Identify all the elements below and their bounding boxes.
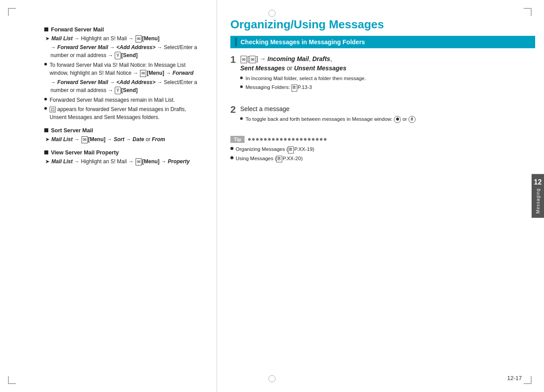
tip-dot [256, 138, 259, 141]
arrow-icon-sort: ➤ [45, 135, 50, 143]
tip-dot [324, 138, 326, 141]
tip-dot [296, 138, 299, 141]
tip-bullet-1: Organizing Messages (🖹P.XX-19) [230, 146, 535, 154]
tip-section: Tip [230, 136, 535, 162]
tip-dot [264, 138, 267, 141]
section-title-view-text: View Server Mail Property [51, 150, 119, 156]
step-number-2: 2 [230, 104, 236, 131]
black-square-icon-sort [44, 128, 48, 132]
tip-dot [276, 138, 279, 141]
tip-dot [308, 138, 311, 141]
mail-icon-1: ✉ [241, 56, 247, 63]
arrow-sort-text: Mail List → ✉[Menu] → Sort → Date or Fro… [51, 135, 165, 143]
bullet-text-1: To forward Server Mail via S! Mail Notic… [50, 61, 203, 77]
tip-bullet-2-text: Using Messages (🖹P.XX-20) [236, 155, 303, 163]
left-column: Forward Server Mail ➤ Mail List → Highli… [0, 0, 217, 392]
tip-dot [304, 138, 307, 141]
page-tab-label: Messaging [536, 188, 540, 213]
tip-dot [316, 138, 319, 141]
tip-bullet-dot-1 [230, 147, 233, 150]
continuation-2: → Forward Server Mail → <Add Address> → … [51, 78, 203, 94]
tip-dot [300, 138, 303, 141]
bullet-text-2: Forwarded Server Mail messages remain in… [50, 96, 175, 104]
bullet-dot-icon-2 [44, 98, 47, 100]
page-tab: 12 Messaging [532, 174, 544, 218]
tip-bullet-dot-2 [230, 156, 233, 159]
black-square-icon [44, 27, 48, 31]
tip-dot [248, 138, 251, 141]
step-1-bullet-2-text: Messaging Folders: 🖹P.13-3 [245, 84, 312, 92]
tip-dot [292, 138, 295, 141]
arrow-item-sort: ➤ Mail List → ✉[Menu] → Sort → Date or F… [45, 135, 203, 143]
step-1-content: ✉[✉] → Incoming Mail, Drafts, Sent Messa… [240, 54, 366, 93]
bullet-item-2: Forwarded Server Mail messages remain in… [44, 96, 203, 104]
tip-dot [268, 138, 271, 141]
tip-dot [284, 138, 287, 141]
right-column: Organizing/Using Messages Checking Messa… [217, 0, 544, 392]
arrow-view-text: Mail List → Highlight an S! Mail → ✉[Men… [51, 158, 190, 165]
step-2: 2 Select a message To toggle back and fo… [230, 104, 535, 131]
section-view-server-mail: View Server Mail Property ➤ Mail List → … [44, 150, 203, 165]
arrow-icon-view: ➤ [45, 158, 50, 165]
section-header-text: Checking Messages in Messaging Folders [241, 38, 365, 46]
bullet-dot-icon [44, 63, 47, 65]
step-2-line: Select a message [240, 104, 416, 114]
page-tab-number: 12 [534, 178, 542, 186]
step-1-bullet-1-text: In Incoming Mail folder, select a folder… [245, 75, 366, 82]
section-title-forward: Forward Server Mail [44, 27, 203, 33]
section-header-bar [235, 38, 237, 46]
bullet-dot-icon-3 [44, 107, 47, 110]
tip-header: Tip [230, 136, 535, 143]
main-title: Organizing/Using Messages [230, 18, 535, 31]
tip-dot [252, 138, 255, 141]
tip-dot [272, 138, 275, 141]
section-header: Checking Messages in Messaging Folders [230, 36, 535, 48]
black-square-icon-view [44, 150, 48, 154]
arrow-item-1: ➤ Mail List → Highlight an S! Mail → ✉[M… [45, 35, 203, 42]
step-1-bullet-2: Messaging Folders: 🖹P.13-3 [240, 84, 366, 92]
page-number-footer: 12-17 [507, 375, 522, 381]
section-title-text: Forward Server Mail [51, 27, 104, 33]
tip-label: Tip [230, 136, 245, 143]
tip-dots [248, 138, 326, 141]
bullet-text-3: ⊡ appears for forwarded Server Mail mess… [50, 105, 203, 121]
section-title-sort-text: Sort Server Mail [51, 127, 93, 134]
tip-bullet-1-text: Organizing Messages (🖹P.XX-19) [236, 146, 314, 154]
page-container: Forward Server Mail ➤ Mail List → Highli… [0, 0, 544, 392]
section-sort-server-mail: Sort Server Mail ➤ Mail List → ✉[Menu] →… [44, 127, 203, 143]
section-forward-server-mail: Forward Server Mail ➤ Mail List → Highli… [44, 27, 203, 121]
step-1: 1 ✉[✉] → Incoming Mail, Drafts, Sent Mes… [230, 54, 535, 99]
section-title-view: View Server Mail Property [44, 150, 203, 156]
mail-icon-2: ✉ [249, 56, 256, 63]
tip-dot [320, 138, 323, 141]
tip-dot [260, 138, 263, 141]
key-asterisk: ✱ [394, 116, 401, 123]
step-1-bullet-1: In Incoming Mail folder, select a folder… [240, 75, 366, 82]
step-bullet-dot [240, 77, 243, 79]
bullet-item-1: To forward Server Mail via S! Mail Notic… [44, 61, 203, 77]
tip-dot [280, 138, 283, 141]
step-bullet-dot-2 [240, 85, 243, 88]
key-hash: # [408, 116, 416, 123]
step-2-bullet-1: To toggle back and forth between message… [240, 115, 416, 123]
section-title-sort: Sort Server Mail [44, 127, 203, 134]
step-2-bullet-text: To toggle back and forth between message… [245, 115, 416, 123]
step-2-content: Select a message To toggle back and fort… [240, 104, 416, 124]
continuation-1: → Forward Server Mail → <Add Address> → … [51, 43, 203, 59]
bullet-item-3: ⊡ appears for forwarded Server Mail mess… [44, 105, 203, 121]
step-number-1: 1 [230, 54, 236, 99]
step-bullet-dot-3 [240, 117, 243, 120]
arrow-icon: ➤ [45, 35, 50, 42]
step-1-line: ✉[✉] → Incoming Mail, Drafts, Sent Messa… [240, 54, 366, 73]
tip-dot [312, 138, 315, 141]
tip-dot [288, 138, 291, 141]
arrow-item-view: ➤ Mail List → Highlight an S! Mail → ✉[M… [45, 158, 203, 165]
tip-bullet-2: Using Messages (🖹P.XX-20) [230, 155, 535, 163]
arrow-item-text-1: Mail List → Highlight an S! Mail → ✉[Men… [51, 35, 159, 42]
